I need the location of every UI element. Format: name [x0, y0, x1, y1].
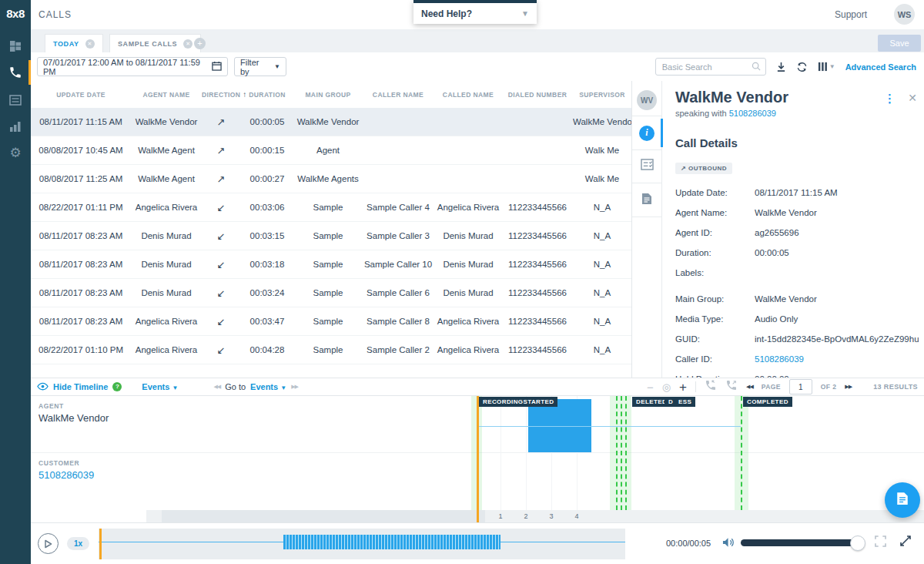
next-page-icon[interactable]: ▶▶: [845, 384, 852, 390]
tab-sample-calls[interactable]: SAMPLE CALLS ✕: [109, 34, 201, 53]
table-cell: Sample Caller 8: [362, 317, 434, 326]
tab-today[interactable]: TODAY ✕: [45, 34, 103, 53]
volume-icon[interactable]: [722, 536, 735, 552]
table-row[interactable]: 08/22/2017 01:11 PMAngelica Rivera↙00:03…: [31, 193, 631, 222]
table-cell: 00:00:27: [240, 174, 294, 183]
table-cell: Angelica Rivera: [131, 317, 202, 326]
column-header[interactable]: CALLED NAME: [434, 91, 502, 99]
table-cell: 08/08/2017 11:25 AM: [31, 174, 131, 183]
search-input[interactable]: [661, 62, 752, 72]
page-input[interactable]: [789, 379, 812, 394]
user-avatar[interactable]: WS: [894, 4, 915, 25]
go-to-label: Go to: [225, 382, 246, 391]
event-badge[interactable]: RECORDINGSTARTED: [479, 397, 557, 407]
sidebar-item-analytics[interactable]: [0, 114, 31, 139]
timeline-playhead[interactable]: [477, 396, 479, 522]
more-menu-icon[interactable]: ⋮: [884, 92, 896, 106]
fullscreen-icon[interactable]: [875, 535, 886, 550]
go-to-target: Events: [250, 382, 278, 391]
notes-fab-button[interactable]: [885, 482, 920, 518]
column-header[interactable]: AGENT NAME: [131, 91, 202, 99]
sidebar-item-forms[interactable]: [0, 88, 31, 112]
playback-speed-button[interactable]: 1x: [67, 537, 89, 550]
table-row[interactable]: 08/11/2017 11:15 AMWalkMe Vendor↗00:00:0…: [31, 108, 631, 136]
expand-icon[interactable]: [899, 535, 912, 550]
detail-field: Update Date:08/11/2017 11:15 AM: [675, 183, 919, 203]
column-header[interactable]: DIRECTION↑: [202, 90, 240, 99]
table-cell: Angelica Rivera: [434, 317, 502, 326]
column-header[interactable]: DURATION: [240, 91, 294, 99]
sidebar-item-settings[interactable]: ⚙: [0, 140, 31, 165]
advanced-search-link[interactable]: Advanced Search: [845, 62, 916, 72]
zoom-in-icon[interactable]: +: [679, 381, 687, 394]
need-help-dropdown[interactable]: Need Help? ▼: [413, 0, 537, 24]
tab-transcript[interactable]: [632, 183, 661, 217]
bar-chart-icon: [9, 121, 22, 132]
timeline-scrollbar[interactable]: [162, 510, 485, 522]
form-icon: [9, 95, 22, 106]
add-tab-button[interactable]: +: [194, 38, 206, 49]
timeline-canvas[interactable]: AGENT WalkMe Vendor CUSTOMER 5108286039 …: [31, 396, 924, 522]
volume-slider[interactable]: [741, 539, 864, 546]
prev-event-icon[interactable]: ◀◀: [213, 384, 220, 390]
play-button[interactable]: [38, 533, 59, 554]
support-link[interactable]: Support: [835, 9, 867, 20]
filter-by-label: Filter by: [240, 58, 269, 76]
download-icon[interactable]: [776, 62, 786, 72]
close-tab-icon[interactable]: ✕: [183, 39, 192, 49]
table-row[interactable]: 08/11/2017 08:23 AMDenis Murad↙00:03:18S…: [31, 250, 631, 279]
refresh-icon[interactable]: [796, 62, 808, 72]
waveform-strip[interactable]: [99, 529, 625, 559]
events-dropdown[interactable]: Events ▼: [142, 382, 178, 391]
help-badge[interactable]: ?: [112, 382, 122, 391]
event-badge[interactable]: COMPLETED: [743, 397, 792, 407]
sidebar-item-dashboard[interactable]: [0, 34, 31, 59]
customer-lane-number[interactable]: 5108286039: [38, 469, 94, 481]
column-header[interactable]: UPDATE DATE: [31, 91, 131, 99]
caller-id-link[interactable]: 5108286039: [755, 354, 919, 364]
table-row[interactable]: 08/22/2017 01:10 PMAngelica Rivera↙00:04…: [31, 336, 631, 364]
tab-call-info[interactable]: i: [632, 116, 661, 150]
save-button[interactable]: Save: [878, 35, 921, 52]
table-cell: WalkMe Agents: [294, 174, 362, 183]
sidebar-item-calls[interactable]: [0, 60, 31, 85]
column-header[interactable]: MAIN GROUP: [294, 91, 362, 99]
direction-arrow-icon: ↙: [202, 202, 240, 213]
close-icon[interactable]: ✕: [908, 92, 917, 104]
event-marker-line: [625, 396, 627, 510]
column-header[interactable]: SUPERVISOR: [573, 91, 631, 99]
customer-lane-label: CUSTOMER: [38, 459, 79, 467]
hide-timeline-link[interactable]: Hide Timeline: [53, 382, 108, 391]
tab-evaluation[interactable]: [632, 149, 661, 183]
prev-page-icon[interactable]: ◀◀: [746, 384, 753, 390]
table-row[interactable]: 08/08/2017 11:25 AMWalkMe Agent↗00:00:27…: [31, 165, 631, 193]
detail-field: Agent ID:ag2655696: [675, 223, 919, 243]
volume-knob[interactable]: [850, 535, 865, 551]
table-row[interactable]: 08/11/2017 08:23 AMDenis Murad↙00:03:24S…: [31, 279, 631, 307]
go-to-events-dropdown[interactable]: Events ▼: [250, 382, 286, 391]
columns-icon[interactable]: ▼: [818, 62, 835, 72]
outgoing-call-icon[interactable]: [725, 379, 738, 394]
table-row[interactable]: 08/11/2017 08:23 AMDenis Murad↙00:03:15S…: [31, 222, 631, 250]
zoom-out-icon[interactable]: −: [647, 381, 654, 393]
table-cell: Sample: [294, 345, 362, 354]
next-event-icon[interactable]: ▶▶: [291, 384, 298, 390]
phone-number-link[interactable]: 5108286039: [729, 109, 776, 118]
close-tab-icon[interactable]: ✕: [85, 39, 95, 49]
player-playhead[interactable]: [99, 529, 102, 559]
center-target-icon[interactable]: ◎: [662, 382, 671, 392]
filter-by-dropdown[interactable]: Filter by ▼: [234, 57, 286, 76]
date-range-value: 07/01/2017 12:00 AM to 08/11/2017 11:59 …: [43, 58, 212, 76]
waveform-bars: [283, 535, 500, 549]
event-badge[interactable]: ESS: [675, 397, 695, 407]
column-header[interactable]: CALLER NAME: [362, 91, 434, 99]
table-row[interactable]: 08/08/2017 10:45 AMWalkMe Agent↗00:00:15…: [31, 136, 631, 165]
table-cell: 112233445566: [502, 203, 573, 212]
caret-down-icon: ▼: [274, 63, 280, 70]
document-icon: [641, 193, 652, 208]
date-range-input[interactable]: 07/01/2017 12:00 AM to 08/11/2017 11:59 …: [37, 57, 228, 76]
column-header[interactable]: DIALED NUMBER: [502, 91, 573, 99]
timeline-axis[interactable]: 1234: [146, 510, 924, 522]
incoming-call-icon[interactable]: [705, 379, 717, 394]
table-row[interactable]: 08/11/2017 08:23 AMAngelica Rivera↙00:03…: [31, 307, 631, 336]
